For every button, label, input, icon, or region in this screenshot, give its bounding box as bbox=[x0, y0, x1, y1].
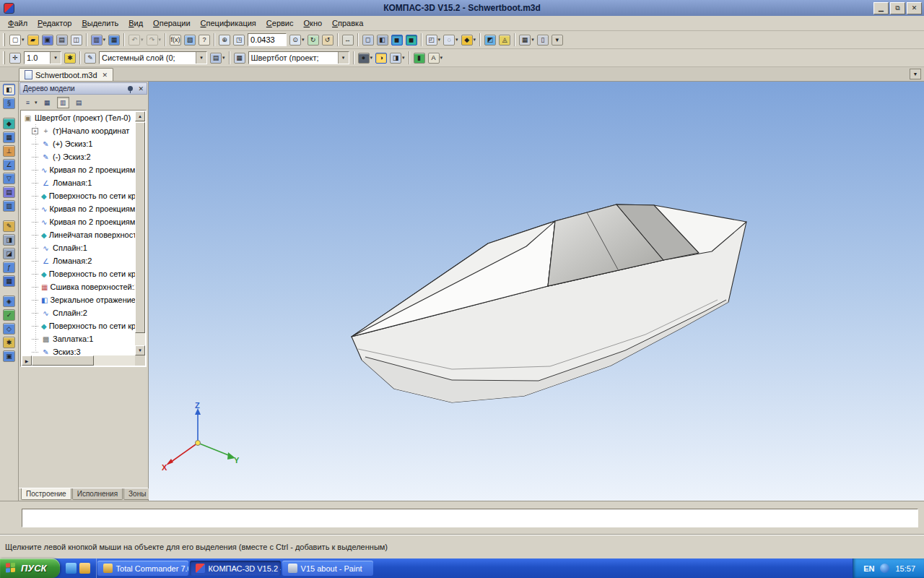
tree-item-polyline1[interactable]: ∠Ломаная:1 bbox=[22, 176, 135, 189]
dropdown-arrow-icon[interactable]: ▾ bbox=[531, 37, 534, 43]
panel-surfaces-button[interactable]: ◆ bbox=[3, 118, 15, 129]
expander-icon[interactable] bbox=[32, 235, 38, 236]
perspective-button[interactable]: ◨▾ bbox=[389, 52, 406, 64]
tree-horizontal-scrollbar[interactable]: ◀ ▶ bbox=[22, 355, 135, 366]
taskbar-item-paint[interactable]: V15 about - Paint bbox=[282, 561, 373, 576]
expander-icon[interactable] bbox=[32, 196, 38, 197]
check-surface-button[interactable]: ◬ bbox=[498, 34, 511, 46]
minimize-button[interactable]: ▁ bbox=[873, 2, 889, 14]
scroll-right-icon[interactable]: ▶ bbox=[22, 355, 32, 366]
taskbar-item-kompas[interactable]: КОМПАС-3D V15.2 -... bbox=[190, 561, 281, 576]
display-mode-button[interactable]: ●▾ bbox=[357, 52, 374, 64]
pin-icon[interactable] bbox=[128, 86, 133, 91]
expander-icon[interactable] bbox=[32, 209, 38, 210]
panel-design-button[interactable]: ✎ bbox=[3, 220, 15, 232]
expander-icon[interactable] bbox=[32, 274, 38, 275]
tab-close-icon[interactable]: ✕ bbox=[103, 72, 108, 79]
scroll-down-icon[interactable]: ▼ bbox=[135, 345, 145, 355]
tree-vertical-scrollbar[interactable]: ▲ ▼ bbox=[135, 111, 145, 355]
tree-tab-zones[interactable]: Зоны bbox=[123, 488, 151, 500]
expander-icon[interactable] bbox=[32, 313, 38, 314]
tree-item-origin[interactable]: ++(т)Начало координат bbox=[22, 124, 135, 137]
zoom-list-button[interactable]: ⊙▾ bbox=[289, 34, 305, 46]
context-help-button[interactable]: ? bbox=[198, 34, 211, 46]
dropdown-arrow-icon[interactable]: ▾ bbox=[302, 37, 305, 43]
taskbar-item-total-commander[interactable]: Total Commander 7.0... bbox=[97, 561, 188, 576]
menu-service[interactable]: Сервис bbox=[261, 17, 299, 30]
quicklaunch-show-desktop-icon[interactable] bbox=[66, 563, 77, 574]
tree-item-sketch1[interactable]: ✎(+) Эскиз:1 bbox=[22, 137, 135, 150]
dropdown-arrow-icon[interactable]: ▾ bbox=[22, 37, 25, 43]
scroll-thumb[interactable] bbox=[135, 122, 145, 333]
expander-icon[interactable] bbox=[32, 287, 38, 288]
halftone-display-button[interactable]: ◑ bbox=[375, 52, 388, 64]
expander-icon[interactable] bbox=[32, 300, 38, 301]
scroll-thumb[interactable] bbox=[32, 355, 94, 366]
chevron-down-icon[interactable]: ▾ bbox=[196, 52, 206, 64]
doc-manager-button[interactable]: ▥▾ bbox=[90, 34, 107, 46]
settings-button[interactable]: ✱ bbox=[64, 52, 77, 64]
preview-button[interactable]: ◫ bbox=[70, 34, 83, 46]
tabstrip-menu-button[interactable]: ▼ bbox=[910, 69, 921, 79]
tree-item-polyline2[interactable]: ∠Ломаная:2 bbox=[22, 254, 135, 267]
zoom-in-button[interactable]: ⊕ bbox=[218, 34, 231, 46]
expander-icon[interactable] bbox=[32, 248, 38, 249]
tree-item-spline2[interactable]: ∿Сплайн:2 bbox=[22, 306, 135, 319]
undo-button[interactable]: ↶▾ bbox=[128, 34, 144, 46]
pan-button[interactable]: ↔ bbox=[341, 34, 354, 46]
panel-measure-button[interactable]: ∠ bbox=[3, 159, 15, 171]
taskbar-clock[interactable]: 15:57 bbox=[895, 564, 915, 573]
chevron-down-icon[interactable]: ▾ bbox=[50, 52, 61, 64]
tree-item-root[interactable]: ▣Швертбот (проект) (Тел-0) bbox=[22, 111, 135, 124]
tree-close-icon[interactable]: ✕ bbox=[138, 85, 144, 92]
dimensions-button[interactable]: A▾ bbox=[427, 52, 444, 64]
expander-icon[interactable] bbox=[32, 352, 38, 353]
tree-composition-button[interactable]: ▦ bbox=[40, 96, 54, 109]
panel-check-button[interactable]: ✓ bbox=[3, 309, 15, 321]
layers-button[interactable]: ▤▾ bbox=[209, 52, 226, 64]
dropdown-arrow-icon[interactable]: ▾ bbox=[222, 55, 225, 61]
tree-item-stitch[interactable]: ▦Сшивка поверхностей:1 bbox=[22, 280, 135, 293]
dropdown-arrow-icon[interactable]: ▾ bbox=[456, 37, 458, 43]
zoom-value-input[interactable] bbox=[248, 33, 287, 46]
move-doc-button[interactable]: ✛ bbox=[9, 52, 22, 64]
tree-item-curve3[interactable]: ∿Кривая по 2 проекциям: bbox=[22, 215, 135, 228]
panel-tools-button[interactable]: ✱ bbox=[3, 337, 15, 348]
tree-item-curve2[interactable]: ∿Кривая по 2 проекциям: bbox=[22, 202, 135, 215]
dropdown-arrow-icon[interactable]: ▾ bbox=[438, 37, 441, 43]
dropdown-arrow-icon[interactable]: ▾ bbox=[35, 100, 38, 105]
panel-parametric-button[interactable]: ƒ bbox=[3, 262, 15, 273]
viewport-3d[interactable]: X Y Z bbox=[149, 82, 924, 501]
tree-item-curve1[interactable]: ∿Кривая по 2 проекциям: bbox=[22, 163, 135, 176]
language-indicator[interactable]: EN bbox=[863, 564, 874, 573]
menu-help[interactable]: Справка bbox=[327, 17, 368, 30]
panel-auxiliary-button[interactable]: ⊥ bbox=[3, 145, 15, 157]
panel-sheet-metal-button[interactable]: ◨ bbox=[3, 234, 15, 246]
toolbar-overflow-button[interactable]: ▾ bbox=[551, 34, 564, 46]
panel-filters-button[interactable]: ▽ bbox=[3, 173, 15, 184]
ruler-button[interactable]: ▯ bbox=[536, 34, 549, 46]
scroll-up-icon[interactable]: ▲ bbox=[135, 111, 145, 121]
panel-arrays-button[interactable]: ▦ bbox=[3, 131, 15, 143]
wireframe-button[interactable]: ◻ bbox=[362, 34, 375, 46]
tree-tab-build[interactable]: Построение bbox=[21, 488, 71, 500]
variables-button[interactable]: f(x) bbox=[169, 34, 182, 46]
grid-button[interactable]: ▦▾ bbox=[518, 34, 535, 46]
print-button[interactable]: ▤ bbox=[56, 34, 69, 46]
tree-item-spline1[interactable]: ∿Сплайн:1 bbox=[22, 241, 135, 254]
expander-icon[interactable] bbox=[32, 339, 38, 340]
document-tab[interactable]: Schwertboot.m3d ✕ bbox=[19, 68, 113, 81]
restore-button[interactable]: ⧉ bbox=[890, 2, 905, 14]
menu-window[interactable]: Окно bbox=[299, 17, 328, 30]
panel-library-button[interactable]: ▦ bbox=[3, 275, 15, 287]
menu-specification[interactable]: Спецификация bbox=[196, 17, 261, 30]
panel-docs-button[interactable]: ▣ bbox=[3, 350, 15, 362]
dropdown-arrow-icon[interactable]: ▾ bbox=[103, 37, 106, 43]
zoom-rect-button[interactable]: ◳ bbox=[232, 34, 245, 46]
properties-button[interactable]: ▧ bbox=[183, 34, 196, 46]
dropdown-arrow-icon[interactable]: ▾ bbox=[141, 37, 144, 43]
step-combo[interactable]: 1.0▾ bbox=[24, 51, 61, 64]
expander-icon[interactable]: + bbox=[32, 128, 38, 134]
dropdown-arrow-icon[interactable]: ▾ bbox=[370, 55, 373, 61]
section-view-button[interactable]: ◩ bbox=[484, 34, 497, 46]
